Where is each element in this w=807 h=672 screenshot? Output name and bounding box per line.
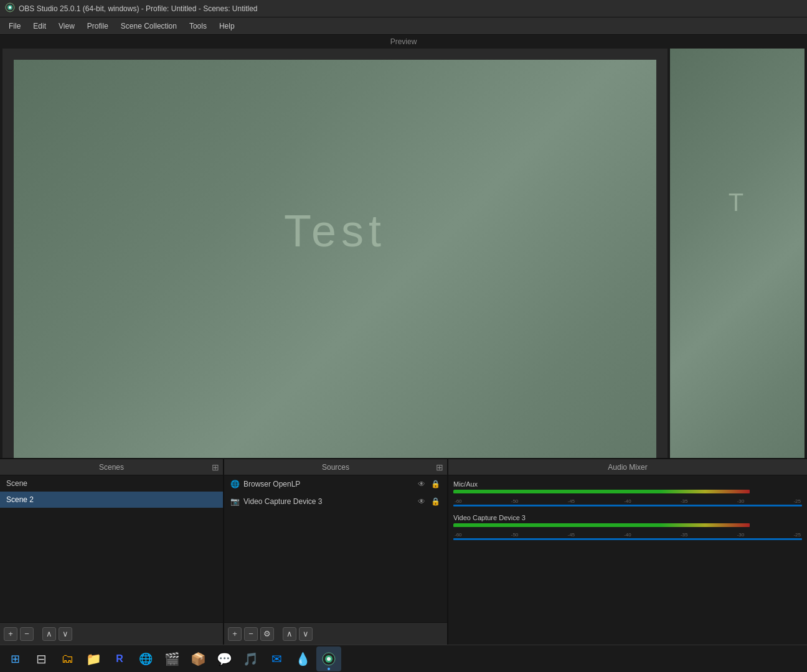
preview-handwriting: Test <box>284 205 386 256</box>
audio-panel: Audio Mixer Mic/Aux -60 -50 -45 -40 -35 … <box>448 459 807 645</box>
source-lock-button-0[interactable]: 🔒 <box>430 478 441 490</box>
sources-down-button[interactable]: ∨ <box>299 627 313 641</box>
menu-profile[interactable]: Profile <box>81 19 115 33</box>
source-name-1: Video Capture Device 3 <box>243 497 323 506</box>
source-controls-1: 👁 🔒 <box>416 496 441 507</box>
taskbar-filemanager-wrapper: 📁 <box>81 646 106 671</box>
taskbar-music-wrapper: 🎵 <box>238 646 263 671</box>
sources-panel-icon[interactable]: ⊞ <box>436 462 443 472</box>
menu-view[interactable]: View <box>52 19 81 33</box>
taskbar-davinci-wrapper: 🎬 <box>159 646 184 671</box>
scenes-panel-icon[interactable]: ⊞ <box>212 462 219 472</box>
sources-panel-title: Sources <box>322 463 349 472</box>
sources-panel-header: Sources ⊞ <box>224 459 447 475</box>
ms-store-button[interactable]: 🗂 <box>55 646 80 671</box>
mail-button[interactable]: ✉ <box>264 646 289 671</box>
source-globe-icon: 🌐 <box>230 480 240 488</box>
source-eye-button-0[interactable]: 👁 <box>416 478 427 490</box>
taskbar-box-wrapper: 📦 <box>186 646 210 671</box>
obs-logo-icon <box>5 2 15 14</box>
taskbar-whatsapp-wrapper: 💬 <box>212 646 237 671</box>
sources-add-button[interactable]: + <box>228 627 242 641</box>
audio-panel-title: Audio Mixer <box>608 463 647 472</box>
whatsapp-button[interactable]: 💬 <box>212 646 237 671</box>
sources-remove-button[interactable]: − <box>244 627 258 641</box>
taskbar-edge-wrapper: 🌐 <box>133 646 158 671</box>
menu-help[interactable]: Help <box>213 19 241 33</box>
audio-track-name-0: Mic/Aux <box>453 480 802 488</box>
scenes-remove-button[interactable]: − <box>20 627 34 641</box>
audio-content: Mic/Aux -60 -50 -45 -40 -35 -30 -25 Vide… <box>448 475 807 645</box>
title-text: OBS Studio 25.0.1 (64-bit, windows) - Pr… <box>19 4 258 13</box>
music-button[interactable]: 🎵 <box>238 646 263 671</box>
scenes-list: Scene Scene 2 <box>0 475 223 622</box>
obs-active-indicator <box>328 668 330 670</box>
preview-label: Preview <box>0 35 807 49</box>
right-handwriting: T <box>729 188 746 216</box>
scenes-toolbar: + − ∧ ∨ <box>0 622 223 645</box>
audio-ticks-1: -60 -50 -45 -40 -35 -30 -25 <box>453 532 802 538</box>
scenes-add-button[interactable]: + <box>4 627 17 641</box>
menu-tools[interactable]: Tools <box>183 19 213 33</box>
scenes-down-button[interactable]: ∨ <box>59 627 72 641</box>
taskbar-dropbox-wrapper: 💧 <box>290 646 315 671</box>
taskbar-show-desktop-wrapper: ⊟ <box>29 646 54 671</box>
source-controls-0: 👁 🔒 <box>416 478 441 490</box>
source-item-1[interactable]: 📷 Video Capture Device 3 👁 🔒 <box>224 493 447 510</box>
scenes-up-button[interactable]: ∧ <box>42 627 56 641</box>
sources-settings-button[interactable]: ⚙ <box>260 627 274 641</box>
audio-panel-header: Audio Mixer <box>448 459 807 475</box>
start-button[interactable]: ⊞ <box>2 646 27 671</box>
audio-track-0: Mic/Aux -60 -50 -45 -40 -35 -30 -25 <box>453 480 802 506</box>
sources-panel: Sources ⊞ 🌐 Browser OpenLP 👁 🔒 📷 Video C… <box>224 459 448 645</box>
r-app-button[interactable]: R <box>107 646 132 671</box>
box-button[interactable]: 📦 <box>186 646 210 671</box>
audio-track-1: Video Capture Device 3 -60 -50 -45 -40 -… <box>453 514 802 540</box>
davinci-button[interactable]: 🎬 <box>159 646 184 671</box>
audio-meter-1 <box>453 523 802 531</box>
source-camera-icon: 📷 <box>230 497 240 506</box>
audio-track-name-1: Video Capture Device 3 <box>453 514 802 521</box>
menu-file[interactable]: File <box>2 19 27 33</box>
audio-slider-bar-1[interactable] <box>453 538 802 540</box>
edge-button[interactable]: 🌐 <box>133 646 158 671</box>
scene-item-1[interactable]: Scene 2 <box>0 492 223 508</box>
taskbar-obs-wrapper <box>316 646 341 671</box>
file-manager-button[interactable]: 📁 <box>81 646 106 671</box>
source-item-0[interactable]: 🌐 Browser OpenLP 👁 🔒 <box>224 475 447 493</box>
scenes-panel-header: Scenes ⊞ <box>0 459 223 475</box>
svg-point-2 <box>9 6 11 9</box>
scenes-panel: Scenes ⊞ Scene Scene 2 + − ∧ ∨ <box>0 459 224 645</box>
source-lock-button-1[interactable]: 🔒 <box>430 496 441 507</box>
dropbox-button[interactable]: 💧 <box>290 646 315 671</box>
taskbar-mail-wrapper: ✉ <box>264 646 289 671</box>
sources-list: 🌐 Browser OpenLP 👁 🔒 📷 Video Capture Dev… <box>224 475 447 622</box>
taskbar: ⊞ ⊟ 🗂 📁 R 🌐 🎬 📦 💬 🎵 ✉ 💧 <box>0 645 807 672</box>
taskbar-start-wrapper: ⊞ <box>2 646 27 671</box>
source-name-0: Browser OpenLP <box>243 480 300 488</box>
svg-point-5 <box>327 657 331 661</box>
audio-meter-0 <box>453 490 802 497</box>
show-desktop-button[interactable]: ⊟ <box>29 646 54 671</box>
audio-meter-bar-1 <box>453 523 750 527</box>
source-eye-button-1[interactable]: 👁 <box>416 496 427 507</box>
audio-ticks-0: -60 -50 -45 -40 -35 -30 -25 <box>453 498 802 504</box>
menu-bar: File Edit View Profile Scene Collection … <box>0 17 807 35</box>
sources-toolbar: + − ⚙ ∧ ∨ <box>224 622 447 645</box>
sources-up-button[interactable]: ∧ <box>283 627 296 641</box>
audio-meter-bar-0 <box>453 490 750 493</box>
audio-slider-bar-0[interactable] <box>453 505 802 506</box>
title-bar: OBS Studio 25.0.1 (64-bit, windows) - Pr… <box>0 0 807 17</box>
taskbar-r-wrapper: R <box>107 646 132 671</box>
menu-scene-collection[interactable]: Scene Collection <box>115 19 183 33</box>
menu-edit[interactable]: Edit <box>27 19 52 33</box>
taskbar-store-wrapper: 🗂 <box>55 646 80 671</box>
bottom-panels: Scenes ⊞ Scene Scene 2 + − ∧ ∨ Sources ⊞… <box>0 458 807 645</box>
scene-item-0[interactable]: Scene <box>0 475 223 492</box>
scenes-panel-title: Scenes <box>99 463 124 472</box>
